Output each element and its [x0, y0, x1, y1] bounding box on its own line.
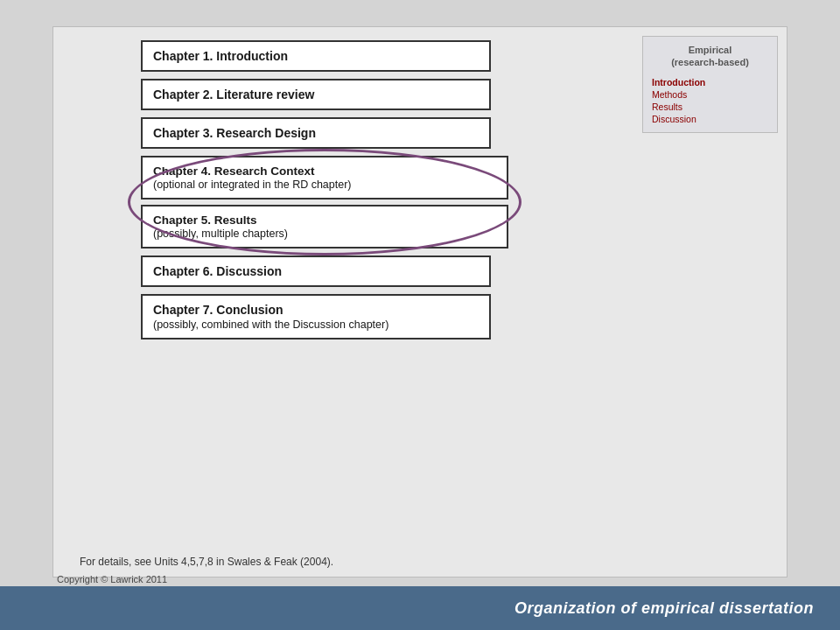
footnote: For details, see Units 4,5,7,8 in Swales… [80, 556, 333, 568]
chapter-1-box: Chapter 1. Introduction [141, 40, 491, 72]
slide-inner: Empirical (research-based) Introduction … [52, 26, 788, 578]
copyright: Copyright © Lawrick 2011 [57, 574, 167, 584]
circle-wrapper: Chapter 4. Research Context (optional or… [141, 156, 508, 248]
chapters-area: Chapter 1. Introduction Chapter 2. Liter… [141, 40, 769, 346]
chapter-4-box: Chapter 4. Research Context (optional or… [141, 156, 508, 200]
chapter-7-box: Chapter 7. Conclusion (possibly, combine… [141, 294, 491, 340]
chapter-3-box: Chapter 3. Research Design [141, 117, 491, 149]
chapter-6-box: Chapter 6. Discussion [141, 256, 491, 287]
slide-container: Empirical (research-based) Introduction … [0, 0, 840, 630]
chapter-2-box: Chapter 2. Literature review [141, 79, 491, 110]
bottom-bar: Organization of empirical dissertation [0, 586, 840, 630]
chapter-5-box: Chapter 5. Results (possibly, multiple c… [141, 205, 508, 248]
bottom-title: Organization of empirical dissertation [514, 599, 814, 618]
